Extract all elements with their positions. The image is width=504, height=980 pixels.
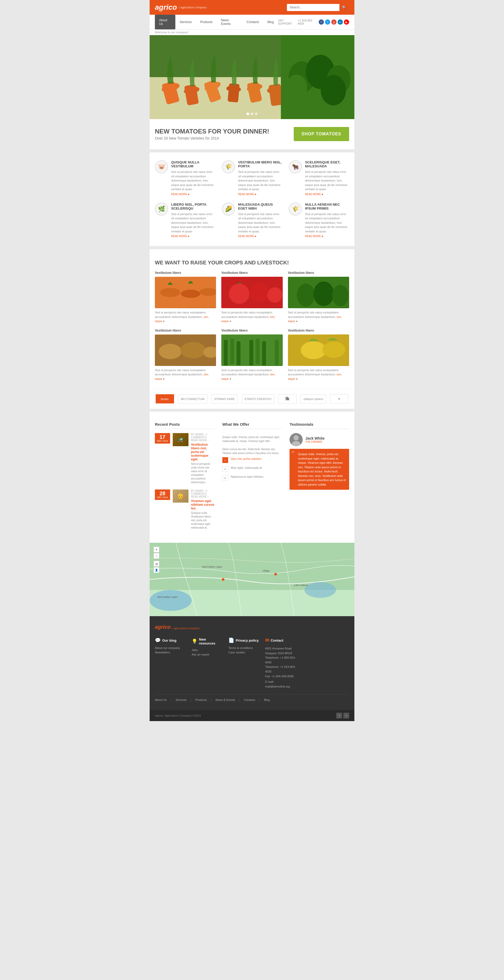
- youtube-icon[interactable]: ▶: [344, 19, 349, 25]
- footer-col-privacy-heading: 📄 Privacy policy: [228, 638, 260, 643]
- search-input[interactable]: [287, 4, 340, 11]
- offer-toggle-0[interactable]: −: [222, 457, 228, 463]
- partner-logo-5[interactable]: obliqum sphere: [301, 394, 326, 403]
- crop-thumb-2: [288, 277, 349, 308]
- partner-logo-2[interactable]: STRANO KARE: [211, 394, 238, 403]
- offer-toggle-2[interactable]: +: [222, 475, 228, 481]
- nav-blog[interactable]: Blog: [263, 16, 278, 27]
- svg-rect-40: [243, 337, 247, 364]
- footer-nav-about[interactable]: About Us: [155, 698, 167, 702]
- footer-nav-news[interactable]: News & Events: [215, 698, 235, 702]
- read-more-2[interactable]: READ MORE: [305, 193, 324, 196]
- crop-image-1: [221, 277, 282, 308]
- footer-nav-blog[interactable]: Blog: [264, 698, 270, 702]
- footer-link-jobs[interactable]: Jobs: [191, 648, 223, 652]
- footer-nav-products[interactable]: Products: [195, 698, 207, 702]
- scroll-right-button[interactable]: →: [343, 713, 349, 719]
- footer-link-terms[interactable]: Terms & conditions: [228, 646, 260, 649]
- feature-title-4: MALESUADA QUEUS EGET NIBH: [238, 202, 282, 210]
- map-person[interactable]: 👤: [153, 567, 159, 573]
- svg-point-50: [293, 435, 299, 441]
- svg-point-55: [305, 582, 336, 598]
- welcome-bar: Welcome to our company!: [150, 30, 354, 35]
- offer-label-1[interactable]: Wue eget, malesuada at: [231, 466, 262, 469]
- read-more-0[interactable]: READ MORE: [171, 193, 190, 196]
- section-divider-3: [150, 409, 354, 412]
- feature-desc-0: Sed ut perspiciis iste natus error sit v…: [171, 170, 215, 191]
- partner-logo-1[interactable]: M4 CONNECTUM: [178, 394, 207, 403]
- offer-label-0[interactable]: Vero nisl, porta vulictern.: [231, 457, 262, 460]
- read-more-5[interactable]: READ MORE: [305, 235, 324, 238]
- shop-button[interactable]: SHOP TOMATOES: [294, 127, 349, 141]
- testimonial-info: Jack White THE FARMER: [305, 436, 324, 443]
- facebook-icon[interactable]: f: [319, 19, 324, 25]
- read-more-4[interactable]: READ MORE: [238, 235, 257, 238]
- linkedin-icon[interactable]: in: [338, 19, 343, 25]
- hero-dot-1[interactable]: [247, 113, 249, 115]
- footer-link-newsletters[interactable]: Newsletters: [155, 651, 187, 654]
- copyright-text: Agrico. Agriculture Company ©2014: [155, 714, 201, 717]
- crop-link-0[interactable]: tom, eaque: [155, 315, 209, 323]
- crop-link-3[interactable]: tom, eaque: [155, 373, 209, 380]
- partners-bar: brulex M4 CONNECTUM STRANO KARE ETANTO C…: [150, 389, 354, 409]
- partner-logo-0[interactable]: brulex: [156, 394, 174, 403]
- footer-nav-sep-5: |: [259, 698, 260, 702]
- crop-thumb-1: [221, 277, 282, 308]
- footer-nav-sep-1: |: [171, 698, 171, 702]
- search-button[interactable]: 🔍: [340, 4, 349, 11]
- footer-email[interactable]: E-mail: mail@demolink.org: [265, 680, 297, 689]
- map-zoom-out[interactable]: −: [153, 553, 159, 559]
- footer-link-case-studies[interactable]: Case studies: [228, 651, 260, 654]
- map-layers[interactable]: ▤: [153, 561, 159, 566]
- crop-link-1[interactable]: tom, eaque: [221, 315, 275, 323]
- post-month-0: DEC 2014: [157, 440, 168, 442]
- post-title-1[interactable]: Vivamus eget nibhiam cursus leo.: [191, 499, 214, 510]
- hero-dot-2[interactable]: [251, 113, 253, 115]
- nav-news[interactable]: News Events: [217, 15, 242, 29]
- read-more-3[interactable]: READ MORE: [171, 235, 190, 238]
- nav-services[interactable]: Services: [175, 16, 196, 27]
- nav-products[interactable]: Products: [196, 16, 217, 27]
- twitter-icon[interactable]: t: [325, 19, 330, 25]
- crop-title-4: Vestibulum libero: [221, 329, 282, 332]
- read-more-1[interactable]: READ MORE: [238, 193, 257, 196]
- feature-title-2: SCELERISQUE EGET, MALESUADA: [305, 160, 349, 168]
- svg-point-27: [267, 288, 282, 303]
- crop-link-4[interactable]: tom, eaque: [221, 373, 275, 380]
- hero-svg: [150, 35, 354, 119]
- feature-item-1: 🌾 VESTIBULUM IBERO NISL, PORTA Sed ut pe…: [222, 160, 282, 196]
- svg-rect-38: [230, 339, 234, 364]
- offer-desc: Etiam cursus leo elis. Nulla facili. Aen…: [222, 445, 282, 457]
- feature-content-5: NULLA AENEAN NEC IPSUM PRIMIS Sed ut per…: [305, 202, 349, 238]
- map-zoom-in[interactable]: +: [153, 547, 159, 552]
- partner-logo-6[interactable]: ★: [330, 394, 348, 403]
- footer-nav-row: About Us | Services | Products | News & …: [155, 694, 349, 702]
- footer-link-expert[interactable]: Ask an expert: [191, 653, 223, 656]
- footer-nav-services[interactable]: Services: [175, 698, 187, 702]
- section-divider-1: [150, 150, 354, 153]
- post-info-0: BY ADMIN · 3 COMMENTS · READ MORE › Vest…: [191, 433, 214, 484]
- crop-desc-3: Sed ut perspiciis iste natus evoluptatem…: [155, 368, 216, 381]
- footer-nav-contacts[interactable]: Contacts: [244, 698, 255, 702]
- promo-text: NEW TOMATOES FOR YOUR DINNER! Over 20 Ne…: [155, 128, 270, 140]
- header: agrico / agriculture company 🔍: [150, 0, 354, 15]
- scroll-up-button[interactable]: ↑: [336, 713, 342, 719]
- hero-dot-3[interactable]: [255, 113, 257, 115]
- googleplus-icon[interactable]: g: [331, 19, 337, 25]
- search-box: 🔍: [287, 4, 349, 11]
- promo-headline: NEW TOMATOES FOR YOUR DINNER!: [155, 128, 270, 135]
- offer-label-2[interactable]: Napassurus eget nibhiam.: [231, 475, 264, 478]
- offer-toggle-1[interactable]: +: [222, 466, 228, 472]
- crop-image-4: [221, 334, 282, 366]
- svg-point-25: [229, 283, 249, 304]
- nav-about[interactable]: About Us: [155, 15, 175, 29]
- svg-point-19: [321, 75, 346, 105]
- post-title-0[interactable]: Vestibulum libero nisl, porta vel sceler…: [191, 443, 214, 461]
- crop-link-5[interactable]: tom, eaque: [288, 373, 342, 380]
- partner-logo-3[interactable]: ETANTO CREATIVO: [242, 394, 274, 403]
- crop-desc-1: Sed ut perspiciis iste natus evoluptatem…: [221, 310, 282, 323]
- crop-link-2[interactable]: tom, eaque: [288, 315, 342, 323]
- nav-contacts[interactable]: Contacts: [242, 16, 263, 27]
- partner-logo-4[interactable]: lk: [278, 394, 297, 403]
- footer-link-about[interactable]: About our company: [155, 646, 187, 649]
